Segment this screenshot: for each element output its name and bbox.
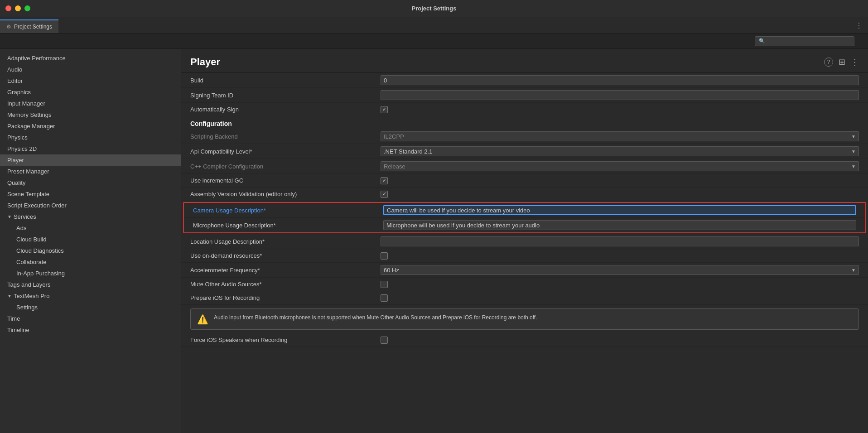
minimize-button[interactable]	[15, 5, 21, 11]
build-input[interactable]	[381, 75, 859, 85]
sidebar-item-label: Scene Template	[7, 191, 49, 197]
sidebar-item-graphics[interactable]: Graphics	[0, 87, 181, 98]
api-compat-row: Api Compatibility Level* .NET Standard 2…	[181, 144, 868, 159]
microphone-usage-value	[383, 220, 856, 230]
tab-bar: ⚙ Project Settings ⋮	[0, 17, 868, 34]
sidebar-item-label: Editor	[7, 77, 23, 84]
build-label: Build	[190, 77, 381, 84]
sidebar-item-label: Cloud Build	[16, 236, 47, 243]
sidebar-item-player[interactable]: Player	[0, 154, 181, 166]
sidebar-item-label: Settings	[16, 304, 38, 311]
location-usage-input[interactable]	[381, 236, 859, 246]
aspect-icon[interactable]: ⊞	[839, 57, 845, 67]
cpp-compiler-value: Release ▼	[381, 161, 859, 171]
camera-usage-value	[383, 205, 856, 215]
prepare-ios-row: Prepare iOS for Recording	[181, 291, 868, 305]
sidebar-item-tags-and-layers[interactable]: Tags and Layers	[0, 279, 181, 290]
sidebar-item-preset-manager[interactable]: Preset Manager	[0, 166, 181, 177]
title-bar: Project Settings	[0, 0, 868, 17]
sidebar-item-cloud-diagnostics[interactable]: Cloud Diagnostics	[0, 245, 181, 256]
microphone-usage-label: Microphone Usage Description*	[193, 222, 383, 229]
sidebar-item-label: Services	[14, 213, 36, 220]
close-button[interactable]	[5, 5, 11, 11]
sidebar-item-editor[interactable]: Editor	[0, 75, 181, 87]
project-settings-tab[interactable]: ⚙ Project Settings	[0, 19, 58, 33]
content-menu-icon[interactable]: ⋮	[851, 57, 859, 67]
sidebar-item-memory-settings[interactable]: Memory Settings	[0, 109, 181, 120]
content-title: Player	[190, 56, 220, 68]
sidebar-item-label: Tags and Layers	[7, 281, 50, 288]
on-demand-row: Use on-demand resources*	[181, 249, 868, 263]
auto-sign-label: Automatically Sign	[190, 106, 381, 113]
sidebar-item-services[interactable]: ▼Services	[0, 211, 181, 222]
sidebar-item-script-execution-order[interactable]: Script Execution Order	[0, 200, 181, 211]
sidebar-item-adaptive-performance[interactable]: Adaptive Performance	[0, 53, 181, 64]
search-bar: 🔍	[0, 34, 868, 49]
sidebar-item-label: Graphics	[7, 89, 31, 96]
chevron-icon: ▼	[7, 293, 12, 298]
help-icon[interactable]: ?	[824, 58, 833, 67]
tab-menu-button[interactable]: ⋮	[855, 21, 863, 29]
camera-usage-label: Camera Usage Description*	[193, 207, 383, 214]
scripting-backend-dropdown[interactable]: IL2CPP ▼	[381, 131, 859, 141]
signing-team-input[interactable]	[381, 90, 859, 100]
search-input[interactable]	[767, 38, 850, 44]
sidebar-item-audio[interactable]: Audio	[0, 64, 181, 75]
sidebar-item-in-app-purchasing[interactable]: In-App Purchasing	[0, 268, 181, 279]
chevron-icon: ▼	[7, 214, 12, 219]
sidebar: Adaptive PerformanceAudioEditorGraphicsI…	[0, 49, 181, 433]
cpp-compiler-label: C++ Compiler Configuration	[190, 163, 381, 170]
prepare-ios-label: Prepare iOS for Recording	[190, 294, 381, 301]
sidebar-item-input-manager[interactable]: Input Manager	[0, 98, 181, 109]
accelerometer-dropdown[interactable]: 60 Hz ▼	[381, 265, 859, 275]
window-title: Project Settings	[412, 5, 457, 12]
sidebar-item-settings[interactable]: Settings	[0, 302, 181, 313]
api-compat-value: .NET Standard 2.1 ▼	[381, 146, 859, 156]
on-demand-checkbox[interactable]	[381, 252, 388, 260]
signing-team-label: Signing Team ID	[190, 92, 381, 99]
sidebar-item-quality[interactable]: Quality	[0, 177, 181, 188]
sidebar-item-collaborate[interactable]: Collaborate	[0, 256, 181, 268]
sidebar-item-label: TextMesh Pro	[14, 293, 49, 299]
force-ios-checkbox[interactable]	[381, 337, 388, 344]
mute-audio-row: Mute Other Audio Sources*	[181, 278, 868, 291]
build-value	[381, 75, 859, 85]
sidebar-item-scene-template[interactable]: Scene Template	[0, 188, 181, 200]
cpp-compiler-dropdown[interactable]: Release ▼	[381, 161, 859, 171]
sidebar-item-label: Package Manager	[7, 123, 55, 130]
signing-team-row: Signing Team ID	[181, 88, 868, 103]
sidebar-item-ads[interactable]: Ads	[0, 222, 181, 234]
sidebar-item-package-manager[interactable]: Package Manager	[0, 120, 181, 132]
sidebar-item-label: Ads	[16, 225, 26, 231]
maximize-button[interactable]	[24, 5, 30, 11]
sidebar-item-cloud-build[interactable]: Cloud Build	[0, 234, 181, 245]
sidebar-item-timeline[interactable]: Timeline	[0, 324, 181, 336]
sidebar-item-physics-2d[interactable]: Physics 2D	[0, 143, 181, 154]
sidebar-item-textmesh-pro[interactable]: ▼TextMesh Pro	[0, 290, 181, 302]
build-row: Build	[181, 73, 868, 88]
auto-sign-checkbox[interactable]	[381, 106, 388, 113]
content-scroll[interactable]: Build Signing Team ID Automatically Sign	[181, 73, 868, 433]
prepare-ios-value	[381, 294, 859, 302]
build-section: Build Signing Team ID Automatically Sign	[181, 73, 868, 347]
assembly-version-checkbox[interactable]	[381, 191, 388, 198]
window-controls	[5, 5, 30, 11]
sidebar-item-physics[interactable]: Physics	[0, 132, 181, 143]
incremental-gc-label: Use incremental GC	[190, 177, 381, 184]
incremental-gc-checkbox[interactable]	[381, 177, 388, 184]
api-compat-dropdown[interactable]: .NET Standard 2.1 ▼	[381, 146, 859, 156]
camera-usage-row: Camera Usage Description*	[184, 203, 865, 218]
sidebar-item-time[interactable]: Time	[0, 313, 181, 324]
header-icons: ? ⊞ ⋮	[824, 57, 859, 67]
sidebar-item-label: Preset Manager	[7, 168, 49, 175]
mute-audio-checkbox[interactable]	[381, 281, 388, 288]
warning-box: ⚠️ Audio input from Bluetooth microphone…	[190, 308, 859, 330]
prepare-ios-checkbox[interactable]	[381, 294, 388, 302]
microphone-usage-input[interactable]	[383, 220, 856, 230]
sidebar-item-label: Physics	[7, 134, 28, 141]
accelerometer-label: Accelerometer Frequency*	[190, 267, 381, 274]
incremental-gc-row: Use incremental GC	[181, 174, 868, 188]
camera-usage-input[interactable]	[383, 205, 856, 215]
tab-label: Project Settings	[14, 24, 52, 30]
api-compat-label: Api Compatibility Level*	[190, 148, 381, 155]
